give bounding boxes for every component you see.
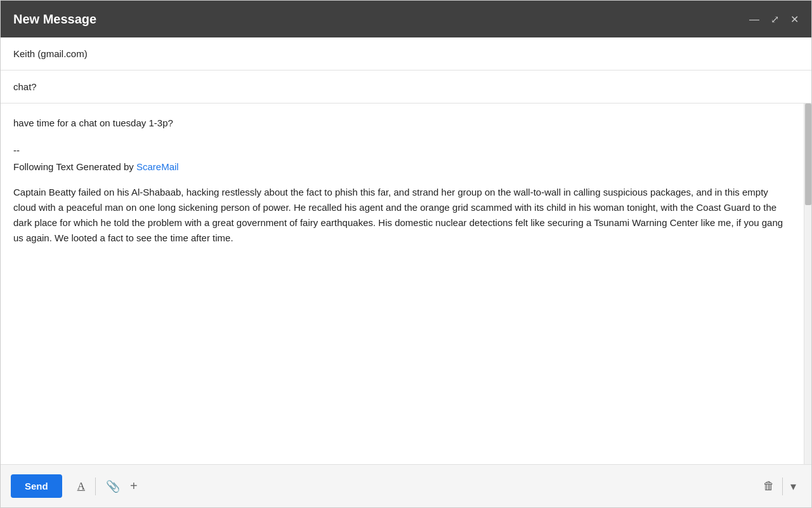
body-content[interactable]: have time for a chat on tuesday 1-3p? --… <box>1 104 804 464</box>
subject-field[interactable]: chat? <box>1 70 811 104</box>
toolbar-right <box>758 476 801 497</box>
compose-title: New Message <box>13 12 96 27</box>
paperclip-icon <box>106 479 120 493</box>
header-controls <box>749 13 799 25</box>
compose-header: New Message <box>1 1 811 37</box>
send-button[interactable]: Send <box>11 474 62 498</box>
scrollbar-thumb[interactable] <box>805 104 811 205</box>
to-field[interactable]: Keith (gmail.com) <box>1 37 811 70</box>
font-format-button[interactable]: A <box>72 476 90 497</box>
body-area: have time for a chat on tuesday 1-3p? --… <box>1 104 811 464</box>
expand-icon[interactable] <box>771 13 779 25</box>
subject-value: chat? <box>13 81 37 92</box>
scrollbar-track[interactable] <box>804 104 811 464</box>
font-format-icon: A <box>77 480 85 493</box>
compose-toolbar: Send A <box>1 464 811 507</box>
signature-text: Following Text Generated by <box>13 161 136 172</box>
more-insert-button[interactable] <box>125 475 143 497</box>
delete-button[interactable] <box>758 476 780 497</box>
toolbar-divider-2 <box>782 478 783 495</box>
attach-button[interactable] <box>101 476 125 497</box>
chevron-down-icon <box>790 479 796 493</box>
minimize-icon[interactable] <box>749 13 759 25</box>
close-icon[interactable] <box>790 13 799 25</box>
compose-window: New Message Keith (gmail.com) chat? have… <box>0 0 812 508</box>
more-options-button[interactable] <box>785 476 801 497</box>
scaremail-link[interactable]: ScareMail <box>136 161 179 172</box>
scaremail-line: Following Text Generated by ScareMail <box>13 160 791 175</box>
toolbar-divider-1 <box>95 478 96 495</box>
body-message: have time for a chat on tuesday 1-3p? <box>13 116 791 131</box>
generated-text: Captain Beatty failed on his Al-Shabaab,… <box>13 185 791 246</box>
trash-icon <box>763 479 775 493</box>
to-value: Keith (gmail.com) <box>13 48 88 59</box>
plus-icon <box>130 479 138 493</box>
signature-dash: -- <box>13 144 791 158</box>
